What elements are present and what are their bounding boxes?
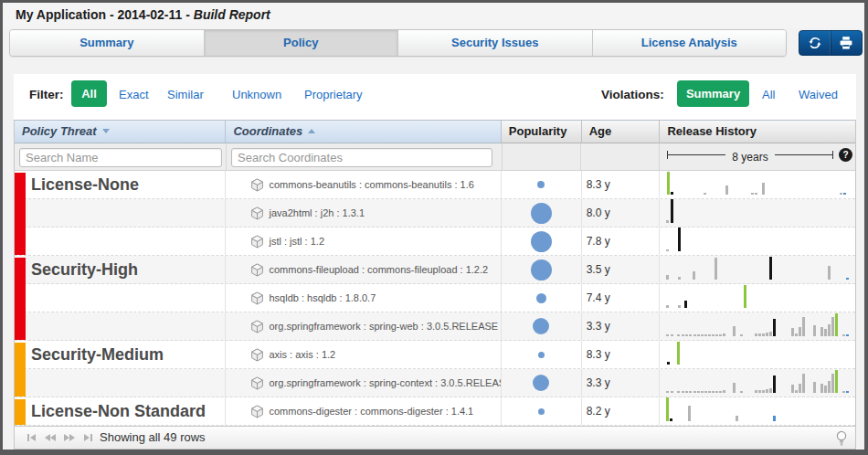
scale-label-container: 8 years: [667, 148, 833, 164]
filter-all-button[interactable]: All: [71, 80, 107, 107]
last-page-icon: [82, 433, 93, 442]
last-page-button[interactable]: [82, 433, 93, 442]
column-header-release-history[interactable]: Release History: [660, 121, 855, 143]
search-name-input[interactable]: [19, 148, 222, 167]
release-history-cell: [660, 199, 855, 227]
release-bar: [697, 391, 700, 393]
search-cell-age: [503, 143, 581, 170]
release-bar: [712, 391, 715, 393]
release-history-sparkline: [660, 171, 855, 198]
coordinate-text: org.springframework : spring-web : 3.0.5…: [269, 321, 498, 332]
release-bar: [667, 362, 670, 365]
release-history-cell: [660, 369, 855, 397]
release-bar: [769, 332, 772, 336]
tab-summary[interactable]: Summary: [10, 30, 204, 56]
release-history-sparkline: [660, 397, 855, 425]
next-page-icon: [63, 433, 76, 442]
app-window: My Application - 2014-02-11 - Build Repo…: [3, 3, 864, 450]
popularity-dot: [537, 181, 545, 188]
column-label: Age: [589, 124, 612, 138]
coordinates-cell[interactable]: axis : axis : 1.2: [226, 341, 501, 368]
search-coordinates-input[interactable]: [231, 148, 492, 167]
popularity-dot: [531, 231, 552, 252]
release-bar: [831, 317, 834, 336]
violations-summary-button[interactable]: Summary: [677, 80, 749, 107]
release-bar: [725, 185, 728, 195]
previous-page-button[interactable]: [44, 433, 57, 442]
release-history-sparkline: [660, 256, 855, 283]
coordinates-cell[interactable]: commons-digester : commons-digester : 1.…: [226, 397, 501, 425]
coordinates-cell[interactable]: jstl : jstl : 1.2: [226, 228, 501, 255]
release-history-cell: [660, 171, 855, 198]
release-bar: [813, 382, 816, 393]
release-bar: [715, 258, 717, 280]
popularity-cell: [502, 171, 582, 198]
release-bar: [840, 193, 842, 195]
filter-proprietary-link[interactable]: Proprietary: [304, 88, 363, 101]
column-header-age[interactable]: Age: [582, 121, 661, 143]
table-row[interactable]: Security-Highcommons-fileupload : common…: [15, 256, 855, 284]
table-row[interactable]: java2html : j2h : 1.3.18.0 y: [15, 199, 855, 228]
refresh-icon: [808, 36, 822, 50]
release-bar: [766, 333, 768, 336]
threat-level-bar: [15, 258, 26, 340]
column-header-popularity[interactable]: Popularity: [502, 121, 582, 143]
policy-threat-cell: [15, 312, 226, 340]
coordinates-cell[interactable]: commons-beanutils : commons-beanutils : …: [226, 171, 501, 198]
release-bar: [740, 391, 743, 393]
coordinates-cell[interactable]: org.springframework : spring-context : 3…: [226, 369, 501, 397]
tab-security-issues[interactable]: Security Issues: [397, 30, 592, 56]
table-row[interactable]: License-Non Standardcommons-digester : c…: [15, 397, 855, 426]
title-text: My Application - 2014-02-11 -: [16, 7, 194, 22]
release-bar: [762, 333, 765, 336]
table-row[interactable]: org.springframework : spring-context : 3…: [15, 369, 855, 397]
first-page-button[interactable]: [26, 433, 37, 442]
refresh-button[interactable]: [799, 31, 831, 55]
coordinate-text: org.springframework : spring-context : 3…: [269, 377, 501, 388]
release-bar: [719, 391, 722, 393]
release-bar: [689, 391, 692, 393]
coordinates-cell[interactable]: java2html : j2h : 1.3.1: [226, 199, 501, 227]
release-bar: [802, 317, 805, 336]
release-bar: [670, 418, 672, 421]
package-icon: [250, 320, 264, 333]
coordinates-cell[interactable]: org.springframework : spring-web : 3.0.5…: [226, 312, 501, 340]
release-bar: [693, 271, 695, 280]
table-row[interactable]: org.springframework : spring-web : 3.0.5…: [15, 312, 855, 341]
release-bar: [701, 391, 704, 393]
release-bar: [666, 397, 669, 421]
lightbulb-icon[interactable]: [835, 430, 848, 450]
policy-threat-cell: License-None: [15, 171, 226, 198]
filter-similar-link[interactable]: Similar: [167, 88, 204, 101]
column-header-policy-threat[interactable]: Policy Threat: [15, 121, 226, 143]
package-icon: [250, 263, 264, 277]
help-icon[interactable]: ?: [839, 148, 852, 162]
tab-policy[interactable]: Policy: [204, 30, 398, 56]
violations-waived-link[interactable]: Waived: [799, 88, 838, 101]
release-bar: [744, 285, 746, 308]
release-bar: [802, 374, 805, 393]
search-cell-age: [581, 143, 660, 170]
threat-group-label: License-None: [31, 171, 139, 198]
filter-unknown-link[interactable]: Unknown: [232, 88, 281, 101]
table-row[interactable]: Security-Mediumaxis : axis : 1.28.3 y: [15, 341, 855, 369]
threat-level-bar: [15, 399, 26, 425]
package-icon: [250, 405, 264, 418]
release-bar: [719, 334, 722, 336]
table-row[interactable]: jstl : jstl : 1.27.8 y: [15, 228, 855, 256]
coordinates-cell[interactable]: commons-fileupload : commons-fileupload …: [226, 256, 501, 283]
column-header-coordinates[interactable]: Coordinates: [226, 121, 501, 143]
next-page-button[interactable]: [63, 433, 76, 442]
print-button[interactable]: [831, 31, 863, 55]
release-bar: [671, 192, 673, 195]
release-bar: [677, 334, 680, 336]
popularity-cell: [502, 341, 582, 368]
tab-license-analysis[interactable]: License Analysis: [592, 30, 787, 56]
filter-exact-link[interactable]: Exact: [119, 88, 149, 101]
table-row[interactable]: License-Nonecommons-beanutils : commons-…: [15, 171, 855, 199]
table-row[interactable]: hsqldb : hsqldb : 1.8.0.77.4 y: [15, 284, 855, 312]
violations-all-link[interactable]: All: [762, 88, 775, 101]
coordinates-cell[interactable]: hsqldb : hsqldb : 1.8.0.7: [226, 284, 501, 312]
violations-label: Violations:: [601, 88, 664, 101]
threat-group-label: License-Non Standard: [31, 397, 206, 425]
